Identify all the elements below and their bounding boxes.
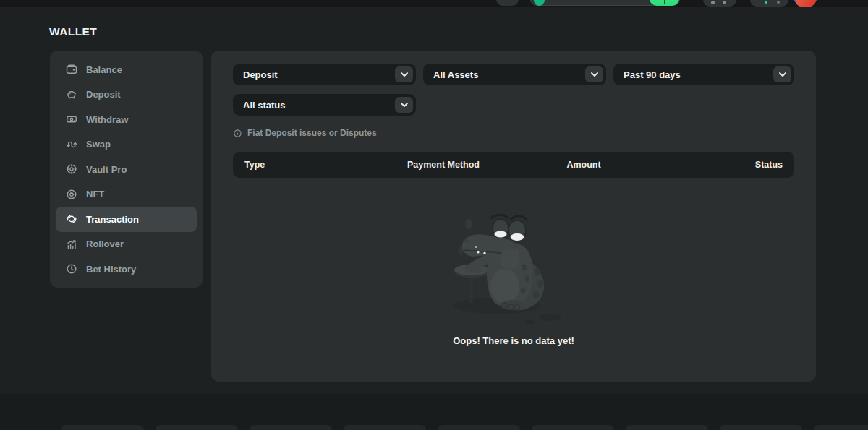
dot-icon (777, 1, 780, 4)
footer-logo-tile[interactable] (156, 425, 238, 430)
sidebar-item-bet-history[interactable]: Bet History (56, 257, 197, 282)
dot-icon (711, 1, 715, 4)
sidebar-item-label: Vault Pro (86, 164, 127, 175)
topbar (0, 0, 868, 7)
page-title: WALLET (49, 25, 97, 38)
table-column-header: Amount (514, 160, 654, 170)
footer-logo-tile[interactable] (814, 425, 868, 430)
sidebar-item-deposit[interactable]: Deposit (56, 82, 197, 108)
help-button[interactable] (496, 0, 519, 6)
sidebar-item-label: Rollover (86, 238, 124, 249)
swap-icon (66, 139, 77, 150)
wallet-sidebar: Balance Deposit Withdraw Swap Vault Pro … (50, 51, 203, 288)
table-column-header: Type (233, 160, 373, 170)
sidebar-item-label: Balance (86, 64, 122, 75)
status-select[interactable]: All status (233, 94, 416, 116)
footer-logo-tile[interactable] (532, 425, 614, 430)
select-value: Deposit (243, 69, 278, 80)
piggy-bank-icon (66, 89, 77, 100)
sidebar-item-label: Transaction (86, 214, 139, 225)
wallet-icon (66, 64, 77, 75)
online-dot-icon (765, 1, 767, 4)
chat-button[interactable] (750, 0, 788, 7)
sidebar-item-label: Withdraw (86, 114, 128, 125)
sidebar-item-swap[interactable]: Swap (56, 132, 197, 158)
transactions-table-header: Type Payment Method Amount Status (233, 152, 794, 178)
avatar[interactable] (793, 0, 817, 7)
footer-logo-tile[interactable] (720, 425, 802, 430)
footer-logo-tile[interactable] (438, 425, 520, 430)
footer-logo-tile[interactable] (626, 425, 708, 430)
chevron-down-icon[interactable] (585, 66, 603, 82)
select-value: Past 90 days (624, 69, 681, 80)
info-icon (233, 129, 242, 138)
table-column-header: Payment Method (373, 160, 514, 170)
vault-dial-icon (66, 163, 77, 175)
apps-button[interactable] (703, 0, 736, 7)
withdraw-icon (66, 113, 77, 125)
sidebar-item-rollover[interactable]: Rollover (56, 232, 197, 257)
sidebar-item-vault-pro[interactable]: Vault Pro (56, 157, 197, 182)
footer (0, 394, 868, 430)
empty-state-message: Oops! There is no data yet! (453, 335, 574, 346)
transaction-type-select[interactable]: Deposit (233, 64, 416, 85)
empty-state: Oops! There is no data yet! (211, 211, 816, 346)
select-value: All Assets (433, 69, 478, 80)
sidebar-item-withdraw[interactable]: Withdraw (56, 107, 197, 132)
fiat-dispute-link[interactable]: Fiat Deposit issues or Disputes (233, 128, 377, 138)
dot-icon (723, 1, 726, 4)
sidebar-item-label: NFT (86, 189, 104, 199)
period-select[interactable]: Past 90 days (613, 64, 794, 85)
fiat-dispute-link-label[interactable]: Fiat Deposit issues or Disputes (247, 128, 377, 138)
transaction-coin-icon (66, 213, 77, 225)
sidebar-item-transaction[interactable]: Transaction (56, 207, 197, 232)
footer-logo-tile[interactable] (250, 425, 332, 430)
sidebar-item-label: Swap (86, 139, 111, 150)
plus-icon (664, 0, 665, 4)
table-column-header: Status (654, 160, 794, 170)
sidebar-item-nft[interactable]: NFT (56, 182, 197, 207)
chevron-down-icon[interactable] (395, 97, 413, 113)
sidebar-item-balance[interactable]: Balance (56, 57, 197, 82)
chevron-down-icon[interactable] (773, 66, 791, 82)
sleepy-crocodile-illustration (445, 211, 582, 327)
sidebar-item-label: Deposit (86, 89, 121, 100)
sidebar-item-label: Bet History (86, 264, 136, 275)
deposit-button[interactable] (650, 0, 679, 6)
chevron-down-icon[interactable] (395, 66, 413, 82)
footer-logo-tile[interactable] (61, 425, 144, 430)
chart-growth-icon (66, 238, 77, 250)
footer-logo-tile[interactable] (344, 425, 426, 430)
nft-coin-icon (66, 189, 77, 200)
select-value: All status (243, 100, 286, 111)
clock-icon (66, 263, 77, 275)
transaction-panel: Deposit All Assets Past 90 days All stat… (211, 51, 816, 382)
asset-select[interactable]: All Assets (423, 64, 606, 85)
